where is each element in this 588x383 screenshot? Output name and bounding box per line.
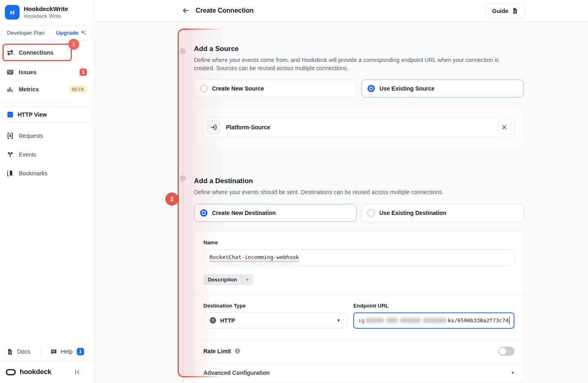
- brand-wordmark: hookdeck: [20, 368, 51, 376]
- option-label: Create New Destination: [212, 210, 276, 216]
- use-existing-source-option[interactable]: Use Existing Source: [361, 80, 524, 97]
- endpoint-url-input[interactable]: ig ks/6506b338a2f73c74: [353, 312, 514, 329]
- sidebar-item-label: Metrics: [19, 86, 39, 93]
- rate-limit-label: Rate Limit: [203, 348, 231, 354]
- docs-icon: [7, 348, 13, 355]
- selected-source-name: Platform-Source: [226, 124, 270, 131]
- globe-icon: [209, 317, 216, 324]
- stepper-line: [183, 55, 183, 381]
- step-dot-destination: [180, 175, 186, 182]
- option-label: Use Existing Destination: [379, 210, 446, 216]
- rate-limit-toggle[interactable]: [498, 347, 514, 356]
- sidebar-item-label: Issues: [19, 69, 37, 75]
- http-view-icon: [7, 112, 13, 117]
- chevron-down-icon: ▼: [511, 371, 514, 375]
- sidebar: H HookdeckWrite Hookdeck Write Developer…: [0, 0, 94, 383]
- collapse-icon: [74, 369, 80, 375]
- redacted-text-block: [400, 318, 421, 323]
- guide-label: Guide: [492, 8, 508, 14]
- back-arrow-icon: [182, 7, 190, 15]
- source-section-title: Add a Source: [194, 45, 524, 53]
- content-area: 2 Add a Source Define where your events …: [94, 22, 588, 383]
- destination-type-label: Destination Type: [203, 303, 347, 309]
- http-view-selector[interactable]: HTTP View: [2, 106, 92, 122]
- sidebar-item-requests[interactable]: Requests: [0, 126, 94, 145]
- use-existing-destination-option[interactable]: Use Existing Destination: [361, 204, 524, 222]
- advanced-configuration-label: Advanced Configuration: [203, 370, 270, 376]
- beta-badge: BETA: [69, 86, 87, 93]
- radio-selected-icon: [368, 85, 375, 92]
- destination-type-select[interactable]: HTTP ▼: [203, 312, 347, 329]
- sidebar-item-label: Requests: [19, 133, 43, 139]
- help-link[interactable]: Help: [50, 348, 73, 355]
- plus-icon: +: [242, 274, 253, 285]
- radio-selected-icon: [200, 209, 207, 217]
- source-option-row: Create New Source Use Existing Source: [194, 80, 524, 97]
- destination-section-description: Define where your events should be sent.…: [194, 188, 517, 197]
- remove-source-button[interactable]: [497, 120, 512, 135]
- connections-icon: [7, 49, 14, 56]
- bookmarks-icon: [7, 170, 14, 177]
- name-input-value: RocketChat-incomming-webhook: [209, 254, 299, 260]
- collapse-sidebar-button[interactable]: [74, 369, 88, 375]
- text-cursor: [509, 317, 510, 324]
- sidebar-item-label: Bookmarks: [19, 170, 47, 177]
- redacted-text-block: [366, 318, 384, 323]
- docs-link[interactable]: Docs: [7, 348, 30, 355]
- advanced-configuration-row[interactable]: Advanced Configuration ▼: [194, 363, 523, 383]
- source-enter-icon: [206, 120, 221, 135]
- hookdeck-logo-icon: [6, 369, 16, 376]
- redacted-text-block: [386, 318, 398, 323]
- sidebar-item-label: Events: [19, 151, 36, 158]
- info-icon: [234, 348, 241, 354]
- guide-button[interactable]: Guide: [486, 3, 525, 18]
- endpoint-visible-prefix: ig: [358, 317, 365, 323]
- description-chip-label: Description: [203, 277, 242, 283]
- page-header: Create Connection Guide: [94, 0, 588, 22]
- issues-icon: [7, 69, 14, 76]
- upgrade-label: Upgrade: [56, 30, 78, 36]
- tutorial-step2-badge: 2: [165, 193, 178, 206]
- destination-section-title: Add a Destination: [194, 177, 524, 185]
- events-icon: [7, 151, 14, 158]
- help-count-badge: 1: [77, 348, 84, 355]
- sparkles-icon: [80, 30, 87, 36]
- destination-option-row: Create New Destination Use Existing Dest…: [194, 204, 524, 222]
- close-icon: [501, 124, 507, 130]
- radio-unselected-icon: [200, 85, 207, 92]
- name-field-label: Name: [203, 239, 514, 246]
- create-new-source-option[interactable]: Create New Source: [194, 80, 356, 97]
- workspace-switcher[interactable]: H HookdeckWrite Hookdeck Write: [0, 0, 94, 25]
- docs-label: Docs: [17, 348, 30, 355]
- option-label: Create New Source: [212, 85, 264, 92]
- help-icon: [50, 348, 57, 355]
- sidebar-item-events[interactable]: Events: [0, 145, 94, 164]
- name-input[interactable]: RocketChat-incomming-webhook: [203, 249, 514, 266]
- selected-source-panel: Platform-Source: [194, 106, 524, 148]
- issues-count-badge: 1: [80, 69, 87, 76]
- add-description-button[interactable]: Description +: [203, 274, 253, 285]
- page-title: Create Connection: [196, 7, 254, 14]
- sidebar-divider: [0, 102, 94, 102]
- sidebar-item-issues[interactable]: Issues 1: [0, 64, 94, 81]
- destination-type-value: HTTP: [220, 317, 235, 324]
- toggle-knob: [499, 348, 506, 355]
- source-section-description: Define where your events come from, and …: [194, 56, 517, 72]
- endpoint-url-label: Endpoint URL: [353, 303, 514, 309]
- endpoint-visible-suffix: ks/6506b338a2f73c74: [448, 317, 509, 323]
- step-dot-source: [180, 48, 186, 54]
- help-label: Help: [61, 348, 73, 355]
- sidebar-item-metrics[interactable]: Metrics BETA: [0, 81, 94, 98]
- http-view-label: HTTP View: [18, 111, 47, 118]
- tutorial-step1-badge: 1: [68, 39, 79, 50]
- sidebar-item-connections[interactable]: Connections: [0, 44, 94, 61]
- footer-divider: [40, 348, 40, 356]
- chevron-down-icon: ▼: [336, 318, 341, 323]
- workspace-subtitle: Hookdeck Write: [24, 13, 68, 19]
- upgrade-link[interactable]: Upgrade: [56, 30, 87, 36]
- create-new-destination-option[interactable]: Create New Destination: [194, 204, 356, 222]
- sidebar-item-bookmarks[interactable]: Bookmarks: [0, 164, 94, 183]
- radio-unselected-icon: [368, 209, 375, 217]
- back-button[interactable]: [182, 7, 190, 15]
- sidebar-item-label: Connections: [19, 49, 53, 56]
